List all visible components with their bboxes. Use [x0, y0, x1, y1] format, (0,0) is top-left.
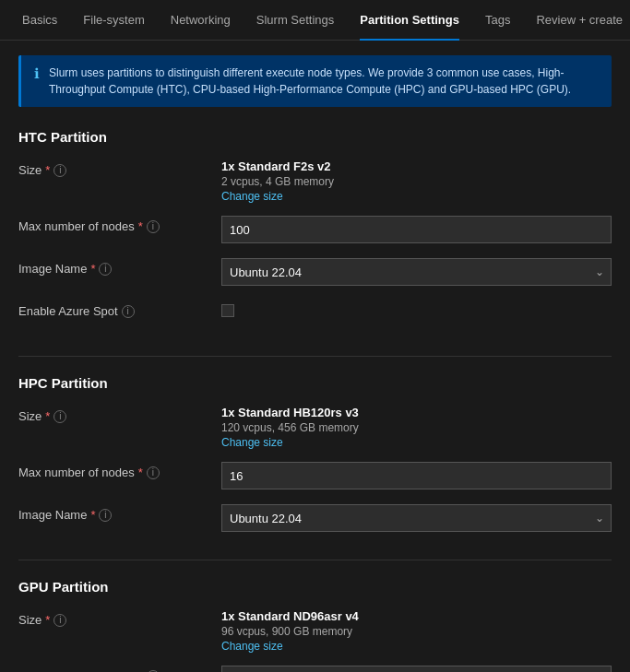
- hpc-size-required: *: [45, 409, 50, 423]
- htc-size-label: Size * i: [18, 159, 221, 177]
- hpc-size-display: 1x Standard HB120rs v3 120 vcpus, 456 GB…: [221, 406, 612, 449]
- hpc-size-row: Size * i 1x Standard HB120rs v3 120 vcpu…: [18, 406, 612, 449]
- hpc-size-specs: 120 vcpus, 456 GB memory: [221, 421, 612, 434]
- htc-image-info-icon[interactable]: i: [99, 263, 112, 276]
- htc-size-required: *: [45, 163, 50, 177]
- gpu-partition-section: GPU Partition Size * i 1x Standard ND96a…: [18, 579, 612, 672]
- htc-max-nodes-control: [221, 216, 612, 243]
- htc-size-specs: 2 vcpus, 4 GB memory: [221, 175, 612, 188]
- hpc-max-nodes-label: Max number of nodes * i: [18, 462, 221, 479]
- hpc-image-control: Ubuntu 22.04 ⌄: [221, 504, 612, 532]
- hpc-partition-section: HPC Partition Size * i 1x Standard HB120…: [18, 375, 612, 534]
- htc-partition-section: HTC Partition Size * i 1x Standard F2s v…: [18, 129, 612, 330]
- htc-image-required: *: [90, 262, 95, 276]
- hpc-partition-title: HPC Partition: [18, 375, 612, 391]
- htc-change-size-link[interactable]: Change size: [221, 190, 612, 203]
- htc-azure-spot-row: Enable Azure Spot i: [18, 301, 612, 330]
- nav-tags[interactable]: Tags: [474, 0, 521, 41]
- htc-azure-spot-info-icon[interactable]: i: [122, 305, 135, 318]
- gpu-partition-title: GPU Partition: [18, 579, 612, 595]
- hpc-image-required: *: [90, 508, 95, 522]
- hpc-image-info-icon[interactable]: i: [99, 509, 112, 522]
- hpc-max-nodes-input[interactable]: [221, 462, 612, 489]
- htc-partition-title: HTC Partition: [18, 129, 612, 145]
- hpc-image-select[interactable]: Ubuntu 22.04: [221, 504, 612, 532]
- main-content: ℹ Slurm uses partitions to distinguish d…: [0, 41, 630, 672]
- gpu-max-nodes-control: [221, 666, 612, 672]
- htc-max-nodes-info-icon[interactable]: i: [147, 220, 160, 233]
- hpc-size-name: 1x Standard HB120rs v3: [221, 406, 612, 419]
- htc-max-nodes-row: Max number of nodes * i: [18, 216, 612, 245]
- htc-size-info-icon[interactable]: i: [53, 164, 66, 177]
- htc-image-row: Image Name * i Ubuntu 22.04 ⌄: [18, 258, 612, 288]
- hpc-image-row: Image Name * i Ubuntu 22.04 ⌄: [18, 504, 612, 534]
- gpu-size-display: 1x Standard ND96asr v4 96 vcpus, 900 GB …: [221, 609, 612, 653]
- nav-partition-settings[interactable]: Partition Settings: [349, 0, 470, 41]
- info-banner-text: Slurm uses partitions to distinguish dif…: [49, 65, 599, 98]
- htc-hpc-divider: [18, 356, 612, 357]
- htc-image-control: Ubuntu 22.04 ⌄: [221, 258, 612, 286]
- hpc-gpu-divider: [18, 560, 612, 560]
- htc-size-row: Size * i 1x Standard F2s v2 2 vcpus, 4 G…: [18, 159, 612, 203]
- info-banner-icon: ℹ: [34, 65, 40, 82]
- htc-max-nodes-input[interactable]: [221, 216, 612, 243]
- nav-basics[interactable]: Basics: [11, 0, 68, 41]
- htc-image-select[interactable]: Ubuntu 22.04: [221, 258, 612, 286]
- hpc-max-nodes-info-icon[interactable]: i: [147, 466, 160, 479]
- hpc-change-size-link[interactable]: Change size: [221, 436, 612, 449]
- htc-size-name: 1x Standard F2s v2: [221, 159, 612, 173]
- info-banner: ℹ Slurm uses partitions to distinguish d…: [18, 55, 612, 107]
- htc-max-nodes-label: Max number of nodes * i: [18, 216, 221, 233]
- top-navigation: Basics File-system Networking Slurm Sett…: [0, 0, 630, 41]
- htc-image-label: Image Name * i: [18, 258, 221, 276]
- gpu-size-required: *: [45, 613, 50, 627]
- hpc-size-info-icon[interactable]: i: [53, 410, 66, 423]
- gpu-size-name: 1x Standard ND96asr v4: [221, 609, 612, 623]
- htc-max-nodes-required: *: [138, 219, 143, 233]
- hpc-max-nodes-control: [221, 462, 612, 489]
- gpu-change-size-link[interactable]: Change size: [221, 640, 612, 653]
- hpc-max-nodes-row: Max number of nodes * i: [18, 462, 612, 491]
- hpc-size-label: Size * i: [18, 406, 221, 423]
- hpc-max-nodes-required: *: [138, 466, 143, 479]
- gpu-max-nodes-label: Max number of nodes * i: [18, 666, 221, 672]
- htc-size-display: 1x Standard F2s v2 2 vcpus, 4 GB memory …: [221, 159, 612, 203]
- gpu-size-row: Size * i 1x Standard ND96asr v4 96 vcpus…: [18, 609, 612, 653]
- htc-azure-spot-checkbox[interactable]: [221, 304, 234, 317]
- nav-review-create[interactable]: Review + create: [525, 0, 630, 41]
- nav-networking[interactable]: Networking: [160, 0, 242, 41]
- gpu-max-nodes-input[interactable]: [221, 666, 612, 672]
- gpu-max-nodes-row: Max number of nodes * i: [18, 666, 612, 672]
- htc-azure-spot-control: [221, 301, 612, 317]
- nav-filesystem[interactable]: File-system: [72, 0, 155, 41]
- gpu-size-label: Size * i: [18, 609, 221, 627]
- htc-azure-spot-label: Enable Azure Spot i: [18, 301, 221, 318]
- gpu-size-specs: 96 vcpus, 900 GB memory: [221, 625, 612, 638]
- hpc-image-label: Image Name * i: [18, 504, 221, 522]
- nav-slurm-settings[interactable]: Slurm Settings: [245, 0, 346, 41]
- gpu-size-info-icon[interactable]: i: [53, 614, 66, 627]
